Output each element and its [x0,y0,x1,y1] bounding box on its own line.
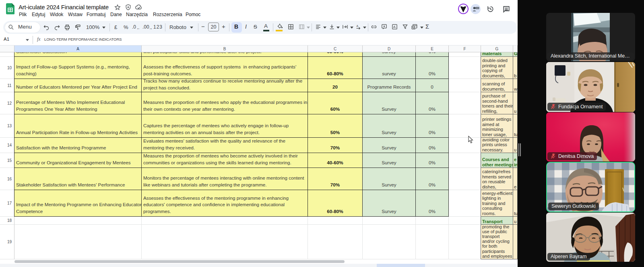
svg-text:A: A [357,25,359,27]
